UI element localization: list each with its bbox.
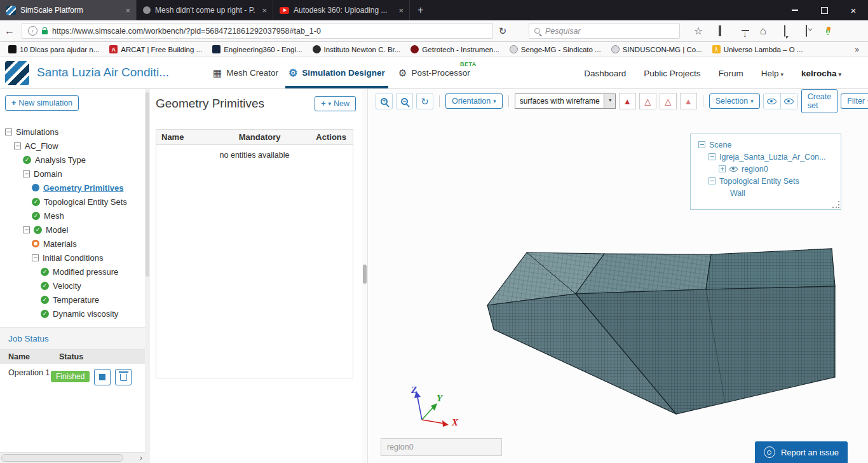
selection-dropdown[interactable]: Selection (709, 93, 760, 109)
nav-public-projects[interactable]: Public Projects (644, 69, 700, 78)
browser-tab-simscale[interactable]: SimScale Platform (0, 0, 137, 20)
scene-node-region0[interactable]: region0 (693, 163, 838, 175)
tree-item-geometry-primitives[interactable]: Geometry Primitives (0, 181, 145, 195)
filter-dropdown[interactable]: Filter (841, 93, 868, 109)
nav-help[interactable]: Help (761, 69, 783, 78)
collapse-icon[interactable] (5, 128, 12, 135)
render-mode-select[interactable]: surfaces with wireframe (515, 93, 616, 109)
collapse-icon[interactable] (23, 170, 30, 177)
browser-tab-forum[interactable]: Mesh didn't come up right - P... (137, 0, 273, 20)
tree-item-temperature[interactable]: Temperature (0, 293, 145, 307)
bookmark-item[interactable]: Universo Lambda – O ... (708, 44, 808, 55)
scrollbar-thumb[interactable] (1, 454, 123, 462)
delete-job-button[interactable] (115, 369, 132, 385)
maximize-button[interactable] (810, 0, 839, 20)
search-input[interactable] (544, 26, 674, 36)
sidebar-scrollbar[interactable] (145, 89, 150, 463)
mesh-quality-button-2[interactable] (639, 93, 656, 109)
search-box[interactable] (529, 23, 680, 39)
create-set-button[interactable]: Create set (801, 89, 838, 113)
mesh-quality-button-1[interactable] (619, 93, 636, 109)
resize-grip[interactable] (832, 201, 839, 208)
3d-viewport[interactable]: Orientation surfaces with wireframe Sele… (367, 89, 868, 463)
site-info-icon[interactable] (28, 26, 37, 36)
show-all-button[interactable] (764, 93, 780, 109)
mesh-render[interactable] (471, 237, 843, 422)
url-bar[interactable]: https://www.simscale.com/workbench/?pid=… (22, 23, 493, 39)
new-tab-button[interactable]: + (410, 2, 431, 18)
bookmarks-overflow-button[interactable]: » (850, 45, 864, 54)
scroll-right-arrow[interactable] (140, 453, 142, 463)
tree-item-simulations[interactable]: Simulations (0, 125, 145, 139)
tree-item-domain[interactable]: Domain (0, 167, 145, 181)
bookmark-item[interactable]: SINDUSCON-MG | Co... (607, 44, 707, 55)
scene-node-scene[interactable]: Scene (693, 139, 838, 151)
browser-tab-youtube[interactable]: Autodesk 360: Uploading ... (273, 0, 410, 20)
panel-scrollbar[interactable] (362, 89, 367, 463)
hide-selection-button[interactable] (780, 93, 797, 109)
bookmark-item[interactable]: Getrotech - Instrumen... (406, 44, 503, 55)
zoom-out-button[interactable] (396, 93, 413, 109)
simscale-logo[interactable] (5, 61, 29, 85)
new-primitive-button[interactable]: New (315, 96, 356, 111)
tree-item-topological-entity-sets[interactable]: Topological Entity Sets (0, 195, 145, 209)
tree-item-mesh[interactable]: Mesh (0, 209, 145, 223)
tree-item-velocity[interactable]: Velocity (0, 279, 145, 293)
nav-dashboard[interactable]: Dashboard (584, 69, 626, 78)
tree-item-model[interactable]: Model (0, 223, 145, 237)
tab-mesh-creator[interactable]: Mesh Creator (210, 57, 281, 88)
scene-node-wall[interactable]: Wall (693, 187, 838, 199)
scrollbar-thumb[interactable] (146, 92, 149, 277)
tree-item-analysis-type[interactable]: Analysis Type (0, 153, 145, 167)
mesh-quality-button-4[interactable] (680, 93, 697, 109)
horizontal-scrollbar[interactable] (0, 452, 145, 463)
tab-close-icon[interactable] (123, 6, 132, 15)
pocket-icon[interactable] (796, 25, 817, 36)
reload-button[interactable] (493, 25, 512, 37)
collapse-icon[interactable] (32, 254, 39, 261)
tree-item-modified-pressure[interactable]: Modified pressure (0, 265, 145, 279)
bookmark-item[interactable]: ARCAT | Free Building ... (105, 44, 207, 55)
fit-view-button[interactable] (416, 93, 433, 109)
collapse-icon[interactable] (709, 153, 715, 160)
expand-icon[interactable] (719, 165, 726, 172)
bookmark-star-icon[interactable] (688, 25, 709, 37)
scene-node-geometry[interactable]: Igreja_Santa_Luzia_Ar_Con... (693, 151, 838, 163)
zoom-in-button[interactable] (376, 93, 393, 109)
collapse-icon[interactable] (14, 142, 21, 149)
scene-node-topological-entity-sets[interactable]: Topological Entity Sets (693, 175, 838, 187)
url-text[interactable]: https://www.simscale.com/workbench/?pid=… (52, 27, 321, 36)
report-issue-button[interactable]: Report an issue (755, 441, 848, 463)
new-simulation-button[interactable]: New simulation (5, 95, 79, 111)
messages-icon[interactable] (774, 25, 796, 36)
collapse-icon[interactable] (698, 141, 705, 148)
mesh-quality-button-3[interactable] (660, 93, 677, 109)
bookmark-item[interactable]: Instituto Newton C. Br... (308, 44, 405, 55)
tree-item-materials[interactable]: Materials (0, 237, 145, 251)
close-button[interactable] (839, 0, 868, 20)
orientation-dropdown[interactable]: Orientation (445, 93, 503, 109)
bookmark-item[interactable]: Engineering360 - Engi... (208, 44, 306, 55)
tab-simulation-designer[interactable]: Simulation Designer (285, 57, 388, 88)
eye-icon[interactable] (729, 167, 738, 172)
tree-item-dynamic-viscosity[interactable]: Dynamic viscosity (0, 307, 145, 321)
stop-job-button[interactable] (94, 369, 111, 385)
library-icon[interactable] (709, 25, 731, 36)
back-button[interactable] (0, 25, 19, 37)
bookmark-item[interactable]: Senge-MG - Sindicato ... (505, 44, 606, 55)
home-icon[interactable] (752, 25, 774, 38)
project-title[interactable]: Santa Luzia Air Conditi... (37, 66, 169, 79)
collapse-icon[interactable] (709, 177, 715, 184)
scrollbar-thumb[interactable] (363, 265, 367, 284)
tab-close-icon[interactable] (397, 6, 405, 15)
tab-close-icon[interactable] (260, 6, 269, 15)
user-menu[interactable]: kelrocha (801, 69, 841, 78)
extension-badge[interactable]: 1 (817, 25, 839, 37)
tree-item-ac-flow[interactable]: AC_Flow (0, 139, 145, 153)
x-axis-label: X (451, 417, 459, 427)
nav-forum[interactable]: Forum (719, 69, 743, 78)
collapse-icon[interactable] (23, 226, 30, 233)
bookmark-item[interactable]: 10 Dicas para ajudar n... (4, 44, 104, 55)
minimize-button[interactable] (780, 0, 810, 20)
tree-item-initial-conditions[interactable]: Initial Conditions (0, 251, 145, 265)
